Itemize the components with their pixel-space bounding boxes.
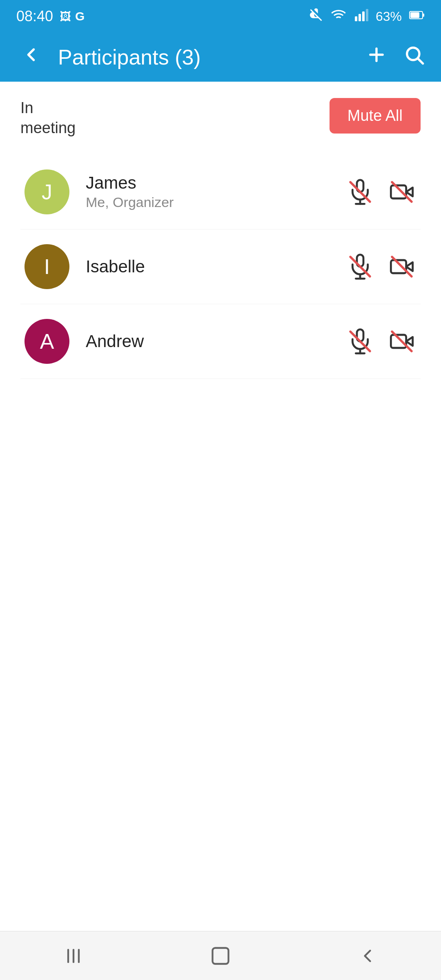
avatar-andrew: A xyxy=(24,319,69,364)
svg-rect-6 xyxy=(410,12,419,18)
participant-controls-isabelle xyxy=(345,252,416,281)
home-button[interactable] xyxy=(202,937,239,975)
status-bar: 08:40 🖼 G 63% xyxy=(0,0,441,33)
participant-info-james: James Me, Organizer xyxy=(86,173,345,210)
svg-rect-7 xyxy=(423,13,424,17)
mute-video-james[interactable] xyxy=(387,177,416,207)
participant-controls-andrew xyxy=(345,327,416,356)
avatar-james: J xyxy=(24,169,69,214)
mute-icon xyxy=(309,8,323,25)
google-icon: G xyxy=(75,9,85,23)
participant-controls-james xyxy=(345,177,416,207)
signal-icon xyxy=(354,8,368,25)
participant-item-isabelle: I Isabelle xyxy=(20,229,421,304)
mute-video-andrew[interactable] xyxy=(387,327,416,356)
avatar-isabelle: I xyxy=(24,244,69,289)
svg-rect-3 xyxy=(362,11,365,21)
svg-rect-4 xyxy=(366,9,368,21)
recent-apps-button[interactable] xyxy=(55,937,92,975)
mute-all-button[interactable]: Mute All xyxy=(330,98,421,134)
participant-item-james: J James Me, Organizer xyxy=(20,155,421,229)
in-meeting-label: In meeting xyxy=(20,98,76,138)
svg-line-11 xyxy=(418,59,423,64)
photo-icon: 🖼 xyxy=(60,10,71,23)
svg-rect-30 xyxy=(213,948,229,964)
add-participant-button[interactable] xyxy=(366,44,387,70)
section-header: In meeting Mute All xyxy=(20,98,421,138)
search-button[interactable] xyxy=(403,44,425,70)
mute-mic-james[interactable] xyxy=(345,177,375,207)
participant-name-james: James xyxy=(86,173,345,193)
participant-name-andrew: Andrew xyxy=(86,332,345,351)
participant-item-andrew: A Andrew xyxy=(20,304,421,379)
participant-info-andrew: Andrew xyxy=(86,332,345,351)
page-title: Participants (3) xyxy=(58,45,354,69)
participant-info-isabelle: Isabelle xyxy=(86,257,345,276)
back-button[interactable] xyxy=(16,40,46,74)
svg-rect-1 xyxy=(355,16,357,21)
participant-role-james: Me, Organizer xyxy=(86,194,345,210)
header-actions xyxy=(366,44,425,70)
svg-rect-2 xyxy=(359,14,361,21)
app-header: Participants (3) xyxy=(0,33,441,82)
mute-mic-andrew[interactable] xyxy=(345,327,375,356)
battery-icon xyxy=(409,10,425,23)
back-nav-button[interactable] xyxy=(349,937,386,975)
main-content: In meeting Mute All J James Me, Organize… xyxy=(0,82,441,395)
participant-name-isabelle: Isabelle xyxy=(86,257,345,276)
participant-list: J James Me, Organizer xyxy=(20,155,421,379)
bottom-nav xyxy=(0,931,441,980)
status-time: 08:40 xyxy=(16,8,53,25)
wifi-icon xyxy=(331,7,346,26)
mute-video-isabelle[interactable] xyxy=(387,252,416,281)
mute-mic-isabelle[interactable] xyxy=(345,252,375,281)
battery-level: 63% xyxy=(376,9,402,24)
